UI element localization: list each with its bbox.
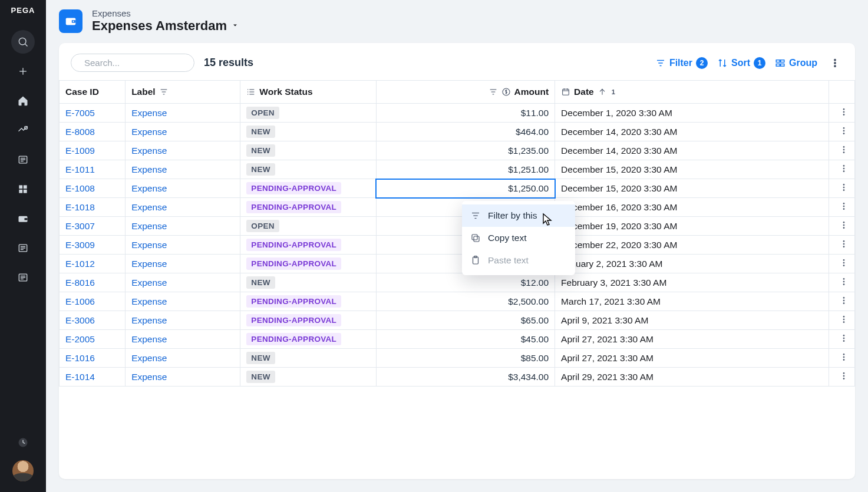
- filter-button[interactable]: Filter 2: [655, 57, 708, 69]
- label-link[interactable]: Expense: [131, 334, 167, 344]
- home-icon[interactable]: [11, 89, 35, 113]
- page-title-dropdown[interactable]: Expenses Amsterdam: [92, 18, 239, 34]
- label-link[interactable]: Expense: [131, 221, 167, 231]
- date-cell: December 16, 2020 3:30 AM: [555, 198, 829, 217]
- case-id-link[interactable]: E-3007: [65, 221, 95, 231]
- search-input[interactable]: [84, 58, 196, 68]
- amount-cell[interactable]: $85.00: [376, 349, 555, 368]
- amount-cell[interactable]: $12.00: [376, 273, 555, 292]
- report-icon[interactable]: [11, 266, 35, 289]
- news-icon[interactable]: [11, 148, 35, 171]
- analytics-icon[interactable]: [11, 118, 35, 142]
- table-row: E-3007ExpenseOPEN$94.00December 19, 2020…: [60, 217, 855, 236]
- row-menu-button[interactable]: [829, 123, 855, 141]
- case-id-link[interactable]: E-1014: [65, 372, 95, 382]
- col-case-id[interactable]: Case ID: [60, 81, 126, 104]
- amount-cell[interactable]: $464.00: [376, 123, 555, 141]
- row-menu-button[interactable]: [829, 292, 855, 311]
- label-link[interactable]: Expense: [131, 278, 167, 288]
- document-icon[interactable]: [11, 236, 35, 260]
- label-link[interactable]: Expense: [131, 202, 167, 212]
- svg-point-78: [843, 224, 844, 225]
- svg-point-101: [843, 372, 844, 374]
- svg-point-79: [843, 227, 844, 228]
- amount-cell[interactable]: $3,434.00: [376, 368, 555, 387]
- label-link[interactable]: Expense: [131, 353, 167, 363]
- case-id-link[interactable]: E-1009: [65, 146, 95, 156]
- status-badge: NEW: [246, 352, 275, 364]
- label-link[interactable]: Expense: [131, 372, 167, 382]
- case-id-link[interactable]: E-3009: [65, 240, 95, 250]
- svg-point-49: [247, 94, 248, 94]
- label-link[interactable]: Expense: [131, 315, 167, 325]
- row-menu-button[interactable]: [829, 160, 855, 179]
- svg-point-60: [843, 111, 844, 112]
- amount-cell[interactable]: $11.00: [376, 104, 555, 123]
- amount-cell[interactable]: $1,251.00: [376, 160, 555, 179]
- case-id-link[interactable]: E-1016: [65, 353, 95, 363]
- row-menu-button[interactable]: [829, 349, 855, 368]
- case-id-link[interactable]: E-1012: [65, 259, 95, 269]
- case-id-link[interactable]: E-1008: [65, 183, 95, 193]
- col-work-status[interactable]: Work Status: [240, 81, 377, 104]
- search-input-wrap[interactable]: [71, 54, 194, 72]
- menu-copy-text[interactable]: Copy text: [462, 227, 575, 249]
- label-link[interactable]: Expense: [131, 108, 167, 118]
- svg-point-91: [843, 302, 844, 303]
- apps-icon[interactable]: [11, 177, 35, 201]
- label-link[interactable]: Expense: [131, 259, 167, 269]
- row-menu-button[interactable]: [829, 141, 855, 160]
- group-button[interactable]: Group: [775, 58, 817, 68]
- row-menu-button[interactable]: [829, 368, 855, 387]
- svg-point-82: [843, 246, 844, 247]
- row-menu-button[interactable]: [829, 217, 855, 236]
- case-id-link[interactable]: E-1006: [65, 296, 95, 306]
- add-icon[interactable]: [11, 60, 35, 83]
- label-link[interactable]: Expense: [131, 164, 167, 174]
- label-link[interactable]: Expense: [131, 240, 167, 250]
- case-id-link[interactable]: E-8016: [65, 278, 95, 288]
- label-link[interactable]: Expense: [131, 146, 167, 156]
- row-menu-button[interactable]: [829, 273, 855, 292]
- svg-point-102: [843, 375, 844, 376]
- svg-point-94: [843, 321, 844, 322]
- row-menu-button[interactable]: [829, 311, 855, 330]
- case-id-link[interactable]: E-3006: [65, 315, 95, 325]
- table-row: E-3009ExpensePENDING-APPROVAL$57.00Decem…: [60, 236, 855, 255]
- row-menu-button[interactable]: [829, 236, 855, 255]
- amount-cell[interactable]: $2,500.00: [376, 292, 555, 311]
- row-menu-button[interactable]: [829, 104, 855, 123]
- amount-cell[interactable]: $45.00: [376, 330, 555, 349]
- case-id-link[interactable]: E-8008: [65, 127, 95, 137]
- status-badge: NEW: [246, 371, 275, 383]
- case-id-link[interactable]: E-1011: [65, 164, 95, 174]
- label-link[interactable]: Expense: [131, 296, 167, 306]
- case-id-link[interactable]: E-7005: [65, 108, 95, 118]
- group-label: Group: [789, 58, 817, 68]
- amount-cell[interactable]: $1,250.00: [376, 179, 555, 198]
- row-menu-button[interactable]: [829, 198, 855, 217]
- left-nav-rail: PEGA: [0, 0, 46, 492]
- row-menu-button[interactable]: [829, 330, 855, 349]
- avatar[interactable]: [12, 460, 34, 481]
- col-amount[interactable]: Amount: [376, 81, 555, 104]
- col-actions: [829, 81, 855, 104]
- row-menu-button[interactable]: [829, 179, 855, 198]
- sort-label: Sort: [731, 58, 750, 68]
- menu-filter-by-this[interactable]: Filter by this: [462, 204, 575, 227]
- case-id-link[interactable]: E-1018: [65, 202, 95, 212]
- search-icon[interactable]: [11, 30, 35, 54]
- sort-button[interactable]: Sort 1: [717, 57, 765, 69]
- wallet-icon[interactable]: [11, 207, 35, 230]
- label-link[interactable]: Expense: [131, 127, 167, 137]
- col-label[interactable]: Label: [126, 81, 240, 104]
- amount-cell[interactable]: $1,235.00: [376, 141, 555, 160]
- case-id-link[interactable]: E-2005: [65, 334, 95, 344]
- col-date[interactable]: Date 1: [555, 81, 829, 104]
- label-link[interactable]: Expense: [131, 183, 167, 193]
- row-menu-button[interactable]: [829, 255, 855, 273]
- svg-point-40: [834, 65, 836, 67]
- more-actions-button[interactable]: [827, 55, 843, 71]
- recents-icon[interactable]: [11, 431, 35, 454]
- amount-cell[interactable]: $65.00: [376, 311, 555, 330]
